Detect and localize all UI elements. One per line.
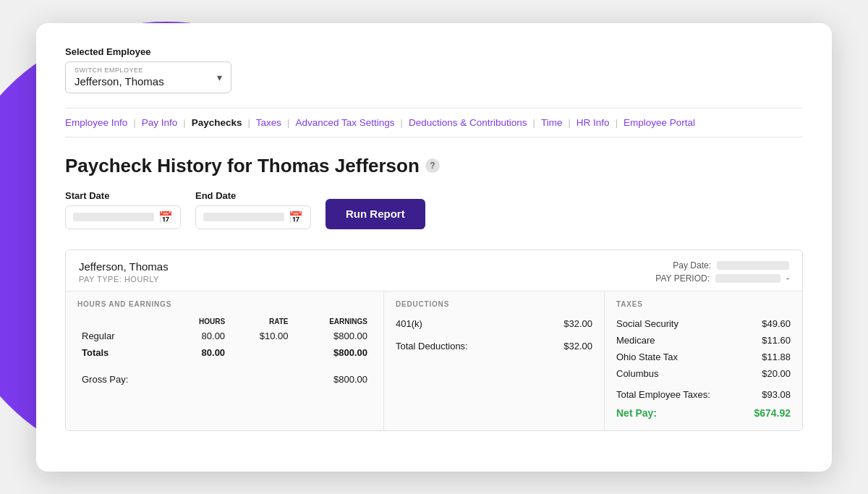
paycheck-pay-type: PAY TYPE: HOURLY bbox=[79, 275, 169, 284]
run-report-button[interactable]: Run Report bbox=[326, 199, 425, 229]
nav-sep-2: | bbox=[183, 117, 185, 128]
gross-pay-row: Gross Pay: $800.00 bbox=[77, 371, 372, 388]
total-deductions-row: Total Deductions: $32.00 bbox=[396, 332, 592, 354]
total-deductions-label: Total Deductions: bbox=[396, 341, 468, 352]
total-deductions-value: $32.00 bbox=[563, 341, 592, 352]
selected-employee-section: Selected Employee SWITCH EMPLOYEE Jeffer… bbox=[65, 46, 803, 93]
start-date-calendar-icon[interactable]: 📅 bbox=[158, 210, 173, 224]
nav-item-time[interactable]: Time bbox=[541, 117, 563, 128]
tax-value-ohio: $11.88 bbox=[762, 352, 791, 362]
row-regular-hours: 80.00 bbox=[171, 328, 229, 344]
pay-date-value-bar bbox=[717, 261, 789, 270]
pay-date-row: Pay Date: bbox=[655, 260, 789, 271]
row-regular-rate: $10.00 bbox=[229, 328, 292, 344]
paycheck-header-left: Jefferson, Thomas PAY TYPE: HOURLY bbox=[79, 260, 169, 284]
nav-item-deductions-contributions[interactable]: Deductions & Contributions bbox=[409, 117, 527, 128]
total-taxes-value: $93.08 bbox=[762, 389, 791, 400]
pay-period-value-bar bbox=[715, 274, 780, 283]
list-item: Columbus $20.00 bbox=[616, 365, 791, 382]
nav-item-taxes[interactable]: Taxes bbox=[256, 117, 281, 128]
net-pay-label: Net Pay: bbox=[616, 407, 657, 419]
total-employee-taxes-row: Total Employee Taxes: $93.08 bbox=[616, 382, 791, 403]
nav-item-advanced-tax-settings[interactable]: Advanced Tax Settings bbox=[296, 117, 395, 128]
col-header-rate: RATE bbox=[229, 315, 292, 328]
totals-hours: 80.00 bbox=[171, 344, 229, 361]
pay-period-row: PAY PERIOD: - bbox=[655, 273, 789, 284]
paycheck-employee-name: Jefferson, Thomas bbox=[79, 260, 169, 273]
nav-sep-5: | bbox=[401, 117, 403, 128]
list-item: Social Security $49.60 bbox=[616, 315, 791, 332]
nav-sep-6: | bbox=[533, 117, 535, 128]
tax-label-columbus: Columbus bbox=[616, 368, 659, 379]
net-pay-value: $674.92 bbox=[754, 407, 791, 419]
tax-label-medicare: Medicare bbox=[616, 335, 655, 346]
list-item: Ohio State Tax $11.88 bbox=[616, 349, 791, 365]
tax-value-columbus: $20.00 bbox=[762, 368, 791, 379]
tax-label-ohio: Ohio State Tax bbox=[616, 352, 678, 362]
total-taxes-label: Total Employee Taxes: bbox=[616, 389, 710, 400]
nav-sep-4: | bbox=[287, 117, 289, 128]
end-date-input-wrap[interactable]: 📅 bbox=[195, 205, 311, 229]
totals-label: Totals bbox=[77, 344, 171, 361]
col-header-earnings: EARNINGS bbox=[293, 315, 372, 328]
totals-row: Totals 80.00 $800.00 bbox=[77, 344, 372, 361]
date-range-row: Start Date 📅 End Date 📅 Run Report bbox=[65, 190, 803, 229]
deductions-title: DEDUCTIONS bbox=[396, 300, 592, 308]
nav-sep-7: | bbox=[568, 117, 570, 128]
deduction-label-401k: 401(k) bbox=[396, 318, 422, 329]
nav-item-pay-info[interactable]: Pay Info bbox=[142, 117, 178, 128]
end-date-field: End Date 📅 bbox=[195, 190, 311, 229]
page-title: Paycheck History for Thomas Jefferson ? bbox=[65, 155, 803, 177]
end-date-label: End Date bbox=[195, 190, 311, 201]
pay-period-dash: - bbox=[786, 273, 789, 284]
start-date-input-wrap[interactable]: 📅 bbox=[65, 205, 181, 229]
nav-sep-8: | bbox=[616, 117, 618, 128]
help-icon[interactable]: ? bbox=[425, 158, 440, 173]
selected-employee-label: Selected Employee bbox=[65, 46, 803, 57]
pay-period-label: PAY PERIOD: bbox=[655, 273, 710, 284]
end-date-calendar-icon[interactable]: 📅 bbox=[289, 210, 303, 224]
paycheck-header: Jefferson, Thomas PAY TYPE: HOURLY Pay D… bbox=[66, 250, 802, 291]
tax-value-ss: $49.60 bbox=[762, 318, 791, 329]
nav-sep-3: | bbox=[247, 117, 250, 128]
main-card: Selected Employee SWITCH EMPLOYEE Jeffer… bbox=[36, 23, 832, 472]
nav-item-paychecks[interactable]: Paychecks bbox=[192, 117, 242, 128]
paycheck-header-right: Pay Date: PAY PERIOD: - bbox=[655, 260, 789, 284]
list-item: 401(k) $32.00 bbox=[396, 315, 592, 332]
col-header-hours: HOURS bbox=[171, 315, 229, 328]
totals-rate bbox=[229, 344, 292, 361]
divider-row bbox=[77, 361, 372, 371]
switch-employee-label: SWITCH EMPLOYEE bbox=[75, 67, 164, 74]
employee-dropdown[interactable]: SWITCH EMPLOYEE Jefferson, Thomas ▾ bbox=[65, 61, 231, 93]
paycheck-body: HOURS AND EARNINGS HOURS RATE EARNINGS R… bbox=[66, 291, 802, 430]
nav-item-employee-info[interactable]: Employee Info bbox=[65, 117, 127, 128]
start-date-field: Start Date 📅 bbox=[65, 190, 181, 229]
tax-value-medicare: $11.60 bbox=[762, 335, 791, 346]
hours-table-header-row: HOURS RATE EARNINGS bbox=[77, 315, 372, 328]
employee-name-dropdown: Jefferson, Thomas bbox=[75, 75, 164, 88]
nav-item-employee-portal[interactable]: Employee Portal bbox=[624, 117, 695, 128]
row-regular-label: Regular bbox=[77, 328, 171, 344]
table-row: Regular 80.00 $10.00 $800.00 bbox=[77, 328, 372, 344]
hours-earnings-title: HOURS AND EARNINGS bbox=[77, 300, 372, 308]
dropdown-arrow-icon: ▾ bbox=[217, 72, 222, 83]
totals-earnings: $800.00 bbox=[293, 344, 372, 361]
gross-pay-label: Gross Pay: bbox=[77, 371, 171, 388]
section-deductions: DEDUCTIONS 401(k) $32.00 Total Deduction… bbox=[384, 291, 605, 430]
start-date-bar bbox=[73, 213, 154, 221]
net-pay-row: Net Pay: $674.92 bbox=[616, 403, 791, 422]
tax-label-ss: Social Security bbox=[616, 318, 678, 329]
col-header-desc bbox=[77, 315, 171, 328]
pay-date-label: Pay Date: bbox=[673, 260, 711, 271]
gross-pay-value: $800.00 bbox=[293, 371, 372, 388]
section-hours-earnings: HOURS AND EARNINGS HOURS RATE EARNINGS R… bbox=[66, 291, 384, 430]
paycheck-table-container: Jefferson, Thomas PAY TYPE: HOURLY Pay D… bbox=[65, 250, 803, 431]
row-regular-earnings: $800.00 bbox=[293, 328, 372, 344]
nav-item-hr-info[interactable]: HR Info bbox=[576, 117, 610, 128]
taxes-title: TAXES bbox=[616, 300, 791, 308]
list-item: Medicare $11.60 bbox=[616, 332, 791, 349]
start-date-label: Start Date bbox=[65, 190, 181, 201]
nav-bar: Employee Info | Pay Info | Paychecks | T… bbox=[65, 108, 803, 137]
nav-sep-1: | bbox=[133, 117, 135, 128]
end-date-bar bbox=[203, 213, 284, 221]
